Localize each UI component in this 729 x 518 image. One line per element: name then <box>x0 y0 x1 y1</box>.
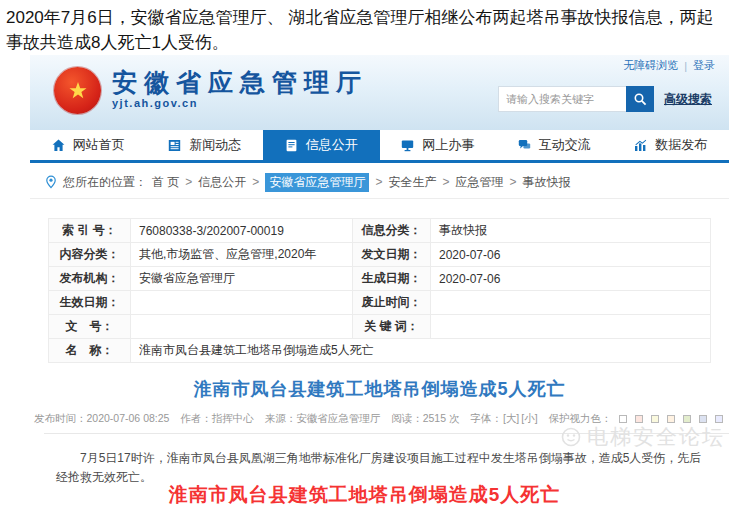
publish-time: 发布时间：2020-07-06 08:25 <box>34 412 169 424</box>
advanced-search-link[interactable]: 高级搜索 <box>664 91 712 108</box>
field-label: 生效日期： <box>49 291 131 315</box>
field-value <box>431 315 711 339</box>
website-screenshot: 无障碍浏览 | 登录 安徽省应急管理厅 yjt.ah.gov.cn <box>30 55 729 518</box>
color-swatch[interactable] <box>715 415 723 423</box>
font-size-label: 字体： <box>470 412 502 424</box>
field-value: 2020-07-06 <box>431 243 711 267</box>
news-icon <box>168 139 181 152</box>
breadcrumb-separator: > <box>185 175 192 189</box>
nav-item-info-disclosure[interactable]: 信息公开 <box>263 130 380 160</box>
field-label: 索 引 号： <box>49 219 131 243</box>
breadcrumb-separator: > <box>375 175 382 189</box>
author: 作者：指挥中心 <box>180 412 254 424</box>
search-input[interactable] <box>498 86 626 112</box>
nav-item-news[interactable]: 新闻动态 <box>147 130 264 160</box>
field-label: 内容分类： <box>49 243 131 267</box>
table-row: 索 引 号： 76080338-3/202007-00019 信息分类： 事故快… <box>49 219 711 243</box>
breadcrumb-home[interactable]: 首 页 <box>152 174 179 191</box>
field-value: 2020-07-06 <box>431 267 711 291</box>
search-icon <box>633 92 648 107</box>
breadcrumb-emergency[interactable]: 应急管理 <box>455 174 503 191</box>
site-title-block: 安徽省应急管理厅 yjt.ah.gov.cn <box>112 67 368 109</box>
color-swatch[interactable] <box>667 415 675 423</box>
color-swatch[interactable] <box>683 415 691 423</box>
field-value <box>431 291 711 315</box>
table-row: 生效日期： 废止时间： <box>49 291 711 315</box>
topbar-links: 无障碍浏览 | 登录 <box>623 58 715 73</box>
location-pin-icon <box>44 175 58 189</box>
field-label: 废止时间： <box>353 291 431 315</box>
breadcrumb-accident-report[interactable]: 事故快报 <box>522 174 570 191</box>
intro-paragraph: 2020年7月6日，安徽省应急管理厅、 湖北省应急管理厅相继公布两起塔吊事故快报… <box>6 5 724 55</box>
color-swatch[interactable] <box>651 415 659 423</box>
field-label: 生成日期： <box>353 267 431 291</box>
site-title: 安徽省应急管理厅 <box>112 67 368 97</box>
document-info-table: 索 引 号： 76080338-3/202007-00019 信息分类： 事故快… <box>48 218 711 363</box>
field-label: 文 号： <box>49 315 131 339</box>
font-small-button[interactable]: [小] <box>521 412 537 424</box>
breadcrumb-separator: > <box>509 175 516 189</box>
field-value <box>131 315 353 339</box>
field-label: 发布机构： <box>49 267 131 291</box>
article-title: 淮南市凤台县建筑工地塔吊倒塌造成5人死亡 <box>30 377 729 401</box>
site-url: yjt.ah.gov.cn <box>112 97 368 109</box>
nav-label: 互动交流 <box>539 136 591 154</box>
breadcrumb-prefix: 您所在的位置： <box>63 174 147 191</box>
table-row: 发布机构： 安徽省应急管理厅 生成日期： 2020-07-06 <box>49 267 711 291</box>
info-doc-icon <box>285 139 298 152</box>
table-row: 内容分类： 其他,市场监管、应急管理,2020年 发文日期： 2020-07-0… <box>49 243 711 267</box>
monitor-icon <box>401 139 414 152</box>
home-icon <box>52 139 65 152</box>
field-value: 其他,市场监管、应急管理,2020年 <box>131 243 353 267</box>
field-label: 关 键 词： <box>353 315 431 339</box>
watermark-text: 电梯安全论坛 <box>587 423 725 451</box>
field-label: 名 称： <box>49 339 131 363</box>
search-button[interactable] <box>626 86 654 112</box>
table-row: 文 号： 关 键 词： <box>49 315 711 339</box>
field-value: 事故快报 <box>431 219 711 243</box>
watermark: 电梯安全论坛 <box>559 423 725 451</box>
watermark-logo-icon <box>559 425 583 449</box>
field-value: 淮南市凤台县建筑工地塔吊倒塌造成5人死亡 <box>131 339 711 363</box>
field-label: 信息分类： <box>353 219 431 243</box>
site-header: 无障碍浏览 | 登录 安徽省应急管理厅 yjt.ah.gov.cn <box>30 55 729 130</box>
topbar-divider: | <box>684 60 687 72</box>
main-nav: 网站首页 新闻动态 信息公开 网上办事 互动交流 <box>30 130 729 163</box>
field-value: 安徽省应急管理厅 <box>131 267 353 291</box>
breadcrumb: 您所在的位置： 首 页 > 信息公开 > 安徽省应急管理厅 > 安全生产 > 应… <box>30 166 729 199</box>
nav-label: 数据发布 <box>655 136 707 154</box>
red-caption: 淮南市凤台县建筑工地塔吊倒塌造成5人死亡 <box>0 482 729 508</box>
breadcrumb-safety[interactable]: 安全生产 <box>388 174 436 191</box>
breadcrumb-separator: > <box>252 175 259 189</box>
view-count: 阅读：2515 次 <box>391 412 459 424</box>
chart-icon <box>634 139 647 152</box>
color-swatch[interactable] <box>699 415 707 423</box>
chat-icon <box>518 139 531 152</box>
field-value: 76080338-3/202007-00019 <box>131 219 353 243</box>
site-logo: 安徽省应急管理厅 yjt.ah.gov.cn <box>54 67 368 114</box>
nav-label: 网站首页 <box>73 136 125 154</box>
nav-label: 新闻动态 <box>189 136 241 154</box>
table-row: 名 称： 淮南市凤台县建筑工地塔吊倒塌造成5人死亡 <box>49 339 711 363</box>
nav-item-data[interactable]: 数据发布 <box>613 130 729 160</box>
color-swatch[interactable] <box>619 415 627 423</box>
source: 来源：安徽省应急管理厅 <box>265 412 381 424</box>
login-link[interactable]: 登录 <box>693 58 715 73</box>
search-bar: 高级搜索 <box>498 86 712 112</box>
nav-label: 信息公开 <box>306 136 358 154</box>
field-label: 发文日期： <box>353 243 431 267</box>
breadcrumb-info[interactable]: 信息公开 <box>198 174 246 191</box>
font-large-button[interactable]: [大] <box>503 412 519 424</box>
color-swatch[interactable] <box>635 415 643 423</box>
nav-item-home[interactable]: 网站首页 <box>30 130 147 160</box>
nav-label: 网上办事 <box>422 136 474 154</box>
breadcrumb-department-highlight[interactable]: 安徽省应急管理厅 <box>265 173 369 192</box>
nav-item-interaction[interactable]: 互动交流 <box>496 130 613 160</box>
national-emblem-icon <box>54 67 101 114</box>
nav-item-online-services[interactable]: 网上办事 <box>380 130 497 160</box>
field-value <box>131 291 353 315</box>
accessibility-link[interactable]: 无障碍浏览 <box>623 58 678 73</box>
breadcrumb-separator: > <box>442 175 449 189</box>
